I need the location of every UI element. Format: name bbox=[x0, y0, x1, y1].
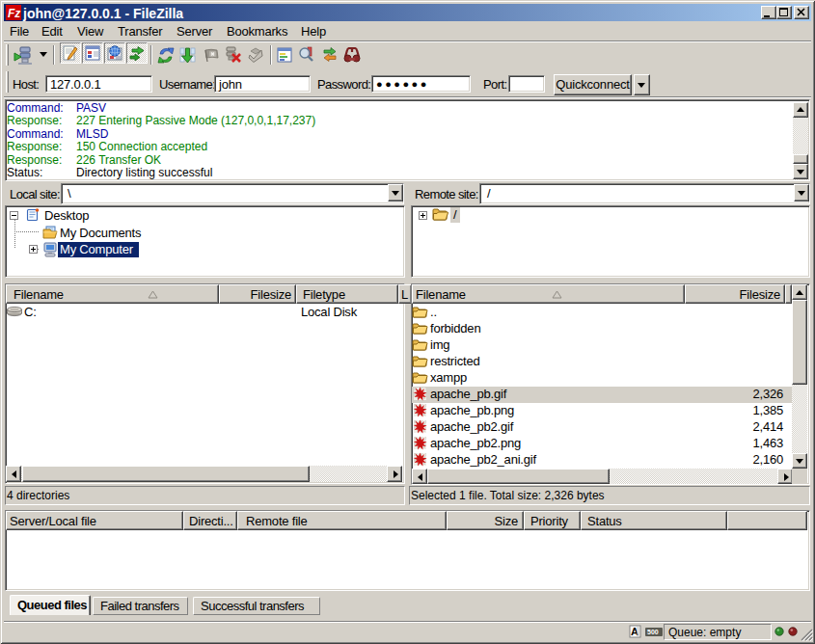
svg-text:Fz: Fz bbox=[8, 7, 20, 20]
